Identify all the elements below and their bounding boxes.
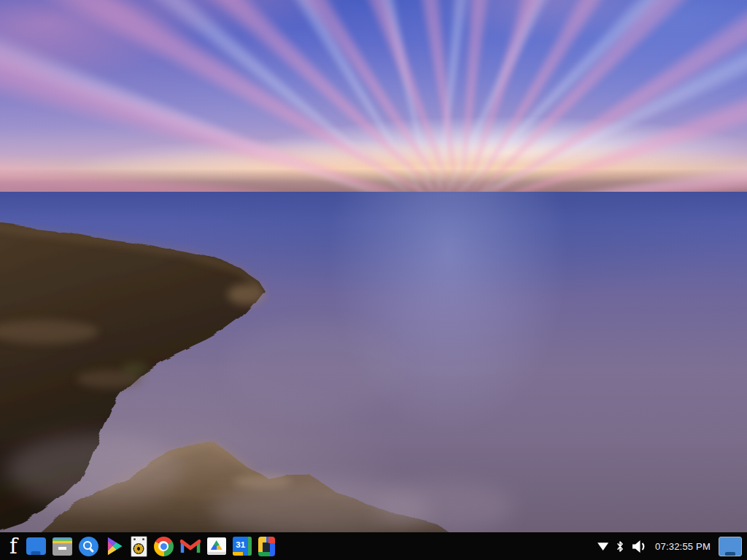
shelf-app-drive[interactable] <box>207 534 226 558</box>
files-icon <box>53 537 72 556</box>
shelf-app-calendar[interactable]: 31 <box>233 534 252 558</box>
clock: 07:32:55 PM <box>655 541 711 552</box>
tray-window-icon <box>719 537 742 556</box>
wallpaper <box>0 0 747 560</box>
status-tray[interactable]: 07:32:55 PM <box>597 537 747 556</box>
docs-icon <box>258 537 275 556</box>
shelf-app-list: f <box>0 534 275 558</box>
shelf-app-media[interactable] <box>131 534 147 558</box>
shelf-app-search[interactable] <box>79 534 98 558</box>
chrome-icon <box>154 537 174 556</box>
search-icon <box>79 537 98 556</box>
volume-icon <box>632 540 647 553</box>
shelf-app-launcher[interactable]: f <box>7 534 20 558</box>
drive-triangle-icon <box>211 540 222 550</box>
wifi-icon <box>597 542 608 551</box>
shelf-app-files[interactable] <box>53 534 72 558</box>
bluetooth-icon <box>616 540 624 553</box>
shelf-app-window[interactable] <box>26 534 46 558</box>
drive-icon <box>207 537 226 555</box>
calendar-icon: 31 <box>233 537 252 556</box>
shelf-app-play-store[interactable] <box>105 534 124 558</box>
speaker-box-icon <box>131 536 147 557</box>
shelf-app-gmail[interactable] <box>180 534 201 558</box>
shelf-app-chrome[interactable] <box>154 534 174 558</box>
fydeos-logo-icon: f <box>7 536 20 556</box>
window-icon <box>26 537 46 555</box>
play-store-icon <box>105 537 124 556</box>
wallpaper-rocks <box>0 0 747 560</box>
desktop: f <box>0 0 747 560</box>
shelf-app-docs[interactable] <box>258 534 275 558</box>
gmail-icon <box>180 538 201 554</box>
calendar-day-label: 31 <box>233 537 249 553</box>
shelf: f <box>0 532 747 560</box>
